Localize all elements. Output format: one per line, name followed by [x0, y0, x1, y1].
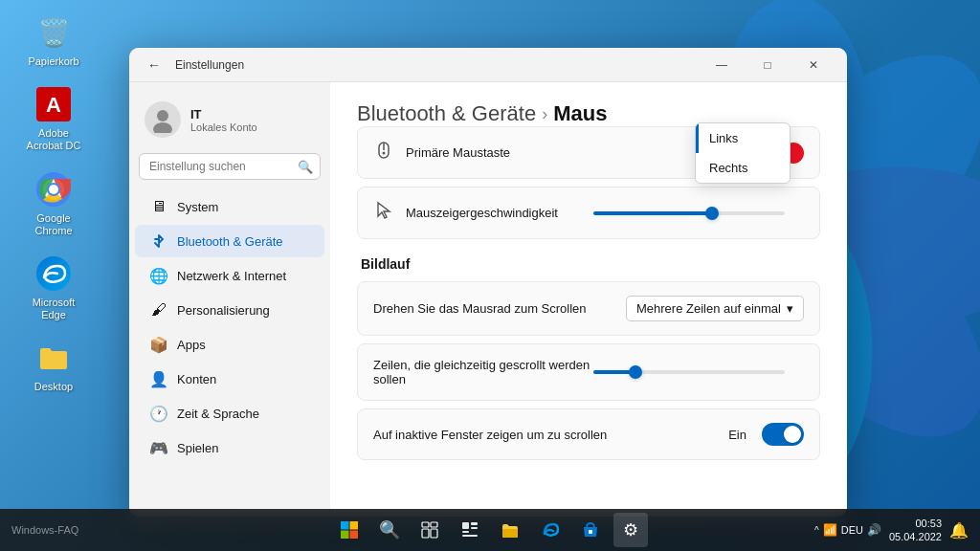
- svg-point-16: [153, 122, 172, 133]
- nav-item-zeit[interactable]: 🕐 Zeit & Sprache: [135, 397, 324, 430]
- desktop-icon-adobe[interactable]: A Adobe Acrobat DC: [19, 81, 88, 156]
- apps-icon: 📦: [150, 336, 167, 353]
- nav-label-netzwerk: Netzwerk & Internet: [177, 269, 286, 283]
- svg-rect-31: [462, 531, 469, 533]
- window-body: IT Lokales Konto 🔍 🖥 System: [129, 82, 847, 517]
- setting-row-inaktive-fenster: Auf inaktive Fenster zeigen um zu scroll…: [357, 408, 820, 460]
- nav-item-system[interactable]: 🖥 System: [135, 190, 324, 223]
- setting-row-right-inaktive: Ein: [728, 423, 804, 446]
- clock-date: 05.04.2022: [889, 530, 942, 543]
- setting-row-primaere-maustaste: Primäre Maustaste Links Rechts: [357, 126, 820, 179]
- desktop-icon-edge[interactable]: Microsoft Edge: [19, 251, 88, 325]
- toggle-ein-label: Ein: [728, 428, 746, 442]
- mausrad-select-value: Mehrere Zeilen auf einmal: [636, 301, 781, 316]
- user-subtitle: Lokales Konto: [190, 121, 257, 133]
- svg-rect-34: [589, 530, 592, 534]
- inaktive-toggle[interactable]: [762, 423, 804, 446]
- system-tray: ^ 📶 DEU 🔊: [814, 523, 881, 537]
- chevron-up-icon[interactable]: ^: [814, 525, 819, 536]
- dropdown-primaere-open: Links Rechts: [695, 122, 791, 184]
- nav-label-bluetooth: Bluetooth & Geräte: [177, 234, 283, 249]
- spielen-icon: 🎮: [150, 439, 167, 456]
- desktop-icon-papierkorb[interactable]: 🗑️ Papierkorb: [19, 10, 88, 72]
- user-section[interactable]: IT Lokales Konto: [129, 94, 330, 145]
- svg-rect-24: [422, 522, 429, 527]
- network-icon[interactable]: 📶: [823, 523, 837, 537]
- settings-window: ← Einstellungen — □ ✕ IT Lokales Konto: [129, 48, 847, 517]
- title-bar: ← Einstellungen — □ ✕: [129, 48, 847, 82]
- breadcrumb-chevron: ›: [542, 104, 547, 124]
- svg-rect-29: [471, 522, 478, 525]
- slider-thumb[interactable]: [705, 207, 719, 220]
- notification-icon[interactable]: 🔔: [949, 521, 969, 540]
- inaktive-label: Auf inaktive Fenster zeigen um zu scroll…: [373, 428, 607, 442]
- explorer-button[interactable]: [493, 513, 527, 547]
- taskbar-brand: Windows-FAQ: [11, 524, 78, 536]
- zeit-icon: 🕐: [150, 405, 167, 422]
- svg-rect-20: [341, 521, 349, 530]
- taskbar: Windows-FAQ 🔍: [0, 509, 980, 551]
- zeilen-slider[interactable]: [593, 370, 804, 374]
- setting-row-left-mausrad: Drehen Sie das Mausrad zum Scrollen: [373, 301, 587, 316]
- store-button[interactable]: [573, 513, 608, 547]
- chevron-down-icon: ▾: [787, 301, 793, 316]
- dropdown-item-links[interactable]: Links: [696, 123, 790, 153]
- desktop-folder-icon: [34, 339, 73, 377]
- taskview-button[interactable]: [412, 513, 447, 547]
- nav-item-bluetooth[interactable]: Bluetooth & Geräte: [135, 225, 324, 257]
- dropdown-item-rechts[interactable]: Rechts: [696, 153, 790, 183]
- main-content: Bluetooth & Geräte › Maus Primäre Mausta…: [330, 82, 847, 517]
- minimize-button[interactable]: —: [700, 50, 744, 80]
- taskbar-right: ^ 📶 DEU 🔊 00:53 05.04.2022 🔔: [814, 517, 969, 544]
- taskbar-left: Windows-FAQ: [11, 524, 78, 536]
- svg-point-15: [157, 110, 168, 121]
- zeilen-label: Zeilen, die gleichzeitig gescrollt werde…: [373, 358, 593, 386]
- svg-text:A: A: [46, 93, 61, 117]
- sidebar: IT Lokales Konto 🔍 🖥 System: [129, 82, 330, 517]
- edge-taskbar-button[interactable]: [533, 513, 568, 547]
- maximize-button[interactable]: □: [746, 50, 790, 80]
- back-button[interactable]: ←: [141, 52, 167, 78]
- zeilen-slider-thumb[interactable]: [629, 365, 642, 379]
- svg-rect-30: [471, 527, 478, 529]
- window-title: Einstellungen: [175, 58, 244, 72]
- setting-row-left-inaktive: Auf inaktive Fenster zeigen um zu scroll…: [373, 428, 607, 442]
- setting-row-right-zeilen: [593, 370, 804, 374]
- setting-row-right-mausrad: Mehrere Zeilen auf einmal ▾: [626, 296, 804, 321]
- chrome-label: Google Chrome: [23, 212, 84, 237]
- search-box: 🔍: [139, 153, 321, 180]
- bluetooth-icon: [150, 232, 167, 250]
- settings-taskbar-button[interactable]: ⚙: [613, 513, 648, 547]
- search-input[interactable]: [139, 153, 321, 180]
- nav-item-apps[interactable]: 📦 Apps: [135, 328, 324, 361]
- setting-row-left-mauszeiger: Mauszeigergeschwindigkeit: [373, 201, 558, 225]
- breadcrumb-current: Maus: [553, 101, 607, 126]
- setting-row-left: Primäre Maustaste: [373, 141, 510, 165]
- svg-rect-21: [350, 521, 359, 530]
- widgets-button[interactable]: [453, 513, 487, 547]
- search-icon: 🔍: [298, 160, 313, 174]
- taskbar-clock[interactable]: 00:53 05.04.2022: [889, 517, 942, 544]
- mouse-icon: [373, 141, 394, 165]
- desktop-icon-desktop[interactable]: Desktop: [19, 335, 88, 397]
- slider-track: [593, 211, 785, 215]
- start-button[interactable]: [332, 513, 367, 547]
- nav-item-konten[interactable]: 👤 Konten: [135, 363, 324, 395]
- desktop-icon-chrome[interactable]: Google Chrome: [19, 166, 88, 241]
- adobe-icon: A: [34, 85, 73, 123]
- mausrad-select[interactable]: Mehrere Zeilen auf einmal ▾: [626, 296, 804, 321]
- nav-label-spielen: Spielen: [177, 441, 218, 455]
- close-button[interactable]: ✕: [791, 50, 835, 80]
- nav-item-personalisierung[interactable]: 🖌 Personalisierung: [135, 294, 324, 326]
- speaker-icon[interactable]: 🔊: [867, 523, 881, 537]
- nav-item-netzwerk[interactable]: 🌐 Netzwerk & Internet: [135, 259, 324, 292]
- search-button[interactable]: 🔍: [372, 513, 407, 547]
- mauszeiger-slider[interactable]: [593, 211, 804, 215]
- edge-label: Microsoft Edge: [23, 297, 84, 321]
- nav-item-spielen[interactable]: 🎮 Spielen: [135, 431, 324, 464]
- avatar: [145, 101, 181, 138]
- svg-rect-27: [431, 529, 437, 538]
- toggle-knob: [784, 426, 801, 443]
- desktop: 🗑️ Papierkorb A Adobe Acrobat DC: [0, 0, 980, 551]
- nav-label-konten: Konten: [177, 372, 216, 386]
